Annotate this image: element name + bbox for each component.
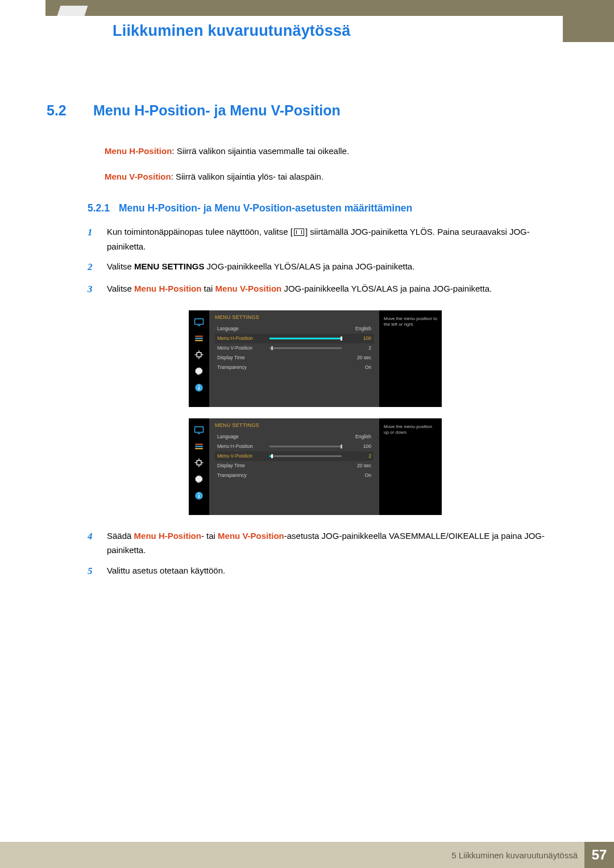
osd-row-displaytime: Display Time 20 sec: [215, 353, 374, 363]
osd-help: Move the menu position to the left or ri…: [379, 310, 442, 407]
osd-row-hpos: Menu H-Position 100: [215, 442, 374, 451]
row-value: 2: [347, 345, 371, 351]
step-text: Valitse Menu H-Position tai Menu V-Posit…: [107, 281, 567, 298]
t-term: Menu H-Position: [134, 284, 201, 293]
osd-row-language: Language English: [215, 324, 374, 334]
row-label: Display Time: [217, 355, 269, 360]
row-value: On: [347, 472, 371, 478]
svg-rect-11: [198, 433, 201, 434]
step-number: 5: [88, 563, 97, 580]
svg-rect-2: [195, 335, 203, 337]
row-label: Transparency: [217, 472, 269, 478]
term-hpos: Menu H-Position: [105, 146, 172, 156]
osd-row-transparency: Transparency On: [215, 471, 374, 480]
osd-sidebar: [189, 310, 209, 407]
svg-rect-4: [195, 340, 203, 341]
position-icon: [193, 457, 205, 468]
picture-icon: [193, 316, 205, 327]
page-footer: 5 Liikkuminen kuvaruutunäytössä 57: [0, 842, 614, 868]
svg-rect-0: [195, 319, 204, 325]
svg-rect-5: [197, 352, 201, 357]
osd-row-displaytime: Display Time 20 sec: [215, 461, 374, 471]
gear-icon: [193, 474, 205, 485]
osd-hpos: MENU SETTINGS Language English Menu H-Po…: [189, 310, 442, 407]
row-label: Menu H-Position: [217, 335, 269, 341]
osd-sidebar: [189, 418, 209, 515]
step-3: 3 Valitse Menu H-Position tai Menu V-Pos…: [88, 281, 567, 298]
row-value: English: [347, 326, 371, 331]
picture-icon: [193, 424, 205, 435]
t: Säädä: [107, 531, 134, 541]
step-4: 4 Säädä Menu H-Position- tai Menu V-Posi…: [88, 529, 567, 558]
lines-icon: [193, 441, 205, 452]
row-label: Language: [217, 434, 269, 439]
row-label: Menu V-Position: [217, 453, 269, 459]
position-icon: [193, 349, 205, 360]
t: JOG-painikkeella YLÖS/ALAS ja paina JOG-…: [281, 284, 492, 293]
section-number: 5.2: [47, 102, 93, 119]
step-text: Säädä Menu H-Position- tai Menu V-Positi…: [107, 529, 567, 558]
step-number: 2: [88, 259, 97, 276]
t: JOG-painikkeella YLÖS/ALAS ja paina JOG-…: [204, 261, 414, 271]
osd-title: MENU SETTINGS: [215, 422, 374, 428]
step-1: 1 Kun toimintonäppäinopas tulee näyttöön…: [88, 225, 567, 254]
section-heading: 5.2Menu H-Position- ja Menu V-Position: [47, 102, 567, 119]
step-text: Kun toimintonäppäinopas tulee näyttöön, …: [107, 225, 567, 254]
t: Valitse: [107, 284, 134, 293]
svg-rect-13: [195, 446, 203, 447]
slider: [269, 338, 342, 339]
header-left-gap: [0, 0, 45, 42]
svg-rect-19: [198, 493, 200, 494]
gear-icon: [193, 366, 205, 377]
osd-row-transparency: Transparency On: [215, 363, 374, 372]
lines-icon: [193, 333, 205, 344]
t: - tai: [201, 531, 218, 541]
subsection-heading: 5.2.1Menu H-Position- ja Menu V-Position…: [88, 202, 567, 214]
page-number: 57: [584, 842, 614, 868]
step-number: 4: [88, 529, 97, 558]
info-icon: [193, 382, 205, 393]
osd-help: Move the menu position up or down.: [379, 418, 442, 515]
t-term: Menu H-Position: [134, 531, 201, 541]
row-label: Display Time: [217, 463, 269, 468]
desc-vpos: : Siirrä valikon sijaintia ylös- tai ala…: [171, 172, 323, 181]
subsection-number: 5.2.1: [88, 202, 110, 214]
slider: [269, 347, 342, 349]
row-label: Transparency: [217, 364, 269, 370]
step-number: 1: [88, 225, 97, 254]
term-vpos: Menu V-Position: [105, 172, 171, 181]
t: tai: [201, 284, 215, 293]
osd-previews: MENU SETTINGS Language English Menu H-Po…: [189, 310, 567, 515]
t-bold: MENU SETTINGS: [134, 261, 204, 271]
content-area: 5.2Menu H-Position- ja Menu V-Position M…: [47, 102, 567, 585]
t: Valitse: [107, 261, 134, 271]
footer-text: 5 Liikkuminen kuvaruutunäytössä: [451, 850, 578, 860]
osd-body: MENU SETTINGS Language English Menu H-Po…: [209, 418, 379, 515]
t-term: Menu V-Position: [218, 531, 284, 541]
osd-row-vpos: Menu V-Position 2: [215, 451, 374, 461]
osd-row-vpos: Menu V-Position 2: [215, 343, 374, 353]
row-value: 100: [347, 443, 371, 449]
svg-rect-9: [198, 385, 200, 386]
step-5: 5 Valittu asetus otetaan käyttöön.: [88, 563, 567, 580]
step-text: Valittu asetus otetaan käyttöön.: [107, 563, 567, 580]
row-label: Language: [217, 326, 269, 331]
t-term: Menu V-Position: [215, 284, 282, 293]
svg-rect-14: [195, 448, 203, 449]
osd-body: MENU SETTINGS Language English Menu H-Po…: [209, 310, 379, 407]
row-label: Menu V-Position: [217, 345, 269, 351]
definition-vpos: Menu V-Position: Siirrä valikon sijainti…: [105, 171, 567, 184]
desc-hpos: : Siirrä valikon sijaintia vasemmalle ta…: [172, 146, 349, 156]
osd-title: MENU SETTINGS: [215, 314, 374, 320]
info-icon: [193, 490, 205, 501]
section-title: Menu H-Position- ja Menu V-Position: [93, 102, 341, 118]
page-title: Liikkuminen kuvaruutunäytössä: [113, 22, 350, 40]
svg-rect-15: [197, 460, 201, 465]
row-value: English: [347, 434, 371, 439]
step-1-part-a: Kun toimintonäppäinopas tulee näyttöön, …: [107, 227, 293, 236]
svg-rect-3: [195, 338, 203, 339]
row-value: 20 sec: [347, 355, 371, 360]
osd-row-hpos: Menu H-Position 100: [215, 334, 374, 343]
menu-icon: [294, 229, 304, 236]
step-text: Valitse MENU SETTINGS JOG-painikkeella Y…: [107, 259, 567, 276]
